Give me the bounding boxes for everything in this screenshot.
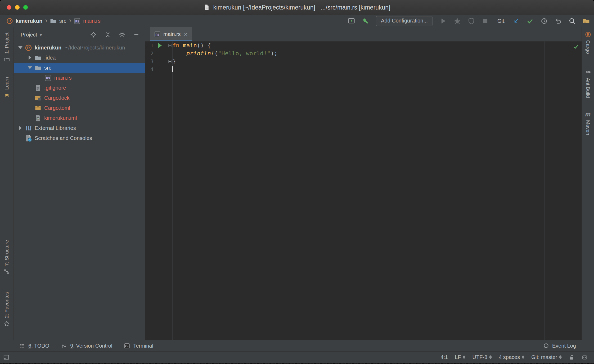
tree-item-main-rs[interactable]: RS main.rs <box>14 73 145 83</box>
tree-item-external-libraries[interactable]: External Libraries <box>14 123 145 133</box>
caret-position-widget[interactable]: 4:1 <box>440 354 448 360</box>
tree-item-label: Cargo.toml <box>44 105 70 111</box>
vcs-update-icon[interactable] <box>512 17 520 25</box>
rollback-icon[interactable] <box>555 17 562 25</box>
stripe-button-learn[interactable]: Learn <box>0 77 14 99</box>
locate-file-icon[interactable] <box>90 31 97 38</box>
collapse-arrow-icon[interactable] <box>26 56 34 60</box>
breadcrumb-project[interactable]: kimerukun <box>16 18 42 24</box>
editor-lines: 1 fn main() { 2 println!("Hello, world!"… <box>145 42 582 73</box>
code-editor[interactable]: 1 fn main() { 2 println!("Hello, world!"… <box>145 42 582 340</box>
spinner-arrows-icon <box>489 355 492 359</box>
rust-project-icon: R <box>6 18 13 24</box>
stripe-button-project[interactable]: 1: Project <box>0 33 14 62</box>
line-number: 4 <box>145 65 154 73</box>
stripe-button-structure[interactable]: 7: Structure <box>0 240 14 275</box>
folder-icon <box>34 64 42 71</box>
stripe-button-favorites[interactable]: 2: Favorites <box>0 292 14 327</box>
tree-item-idea[interactable]: .idea <box>14 53 145 63</box>
code-text <box>172 65 173 73</box>
editor-tab-main-rs[interactable]: RS main.rs × <box>150 27 192 41</box>
tree-item-label: main.rs <box>54 75 72 81</box>
right-margin-guide <box>544 42 544 340</box>
search-icon[interactable] <box>569 17 576 25</box>
expand-arrow-icon[interactable] <box>26 66 34 69</box>
debug-bug-icon[interactable] <box>454 17 461 25</box>
svg-text:IJ: IJ <box>37 118 39 120</box>
svg-text:RS: RS <box>75 20 79 23</box>
spinner-arrows-icon <box>463 355 465 359</box>
tree-item-scratches[interactable]: Scratches and Consoles <box>14 133 145 143</box>
zoom-window-button[interactable] <box>23 5 28 10</box>
learn-icon <box>4 93 10 99</box>
fold-marker-icon[interactable] <box>168 60 172 63</box>
code-line-4[interactable]: 4 <box>145 65 582 73</box>
project-structure-icon[interactable] <box>583 17 590 25</box>
gear-icon[interactable] <box>119 31 125 38</box>
run-anything-icon[interactable] <box>348 17 355 25</box>
stripe-button-maven[interactable]: m Maven <box>582 111 594 135</box>
svg-text:R: R <box>27 46 30 50</box>
breadcrumb-src[interactable]: src <box>59 18 66 24</box>
version-control-icon <box>61 343 67 349</box>
git-branch-widget[interactable]: Git: master <box>531 354 562 360</box>
tree-item-src[interactable]: src <box>14 63 145 73</box>
run-main-icon[interactable] <box>158 43 162 48</box>
history-clock-icon[interactable] <box>541 17 548 25</box>
event-log-label: Event Log <box>552 343 576 349</box>
chevron-right-icon: › <box>45 17 47 25</box>
expand-arrow-icon[interactable] <box>16 46 24 49</box>
cargo-icon: R <box>585 31 591 38</box>
tree-item-label: Scratches and Consoles <box>35 135 92 141</box>
collapse-all-icon[interactable] <box>105 31 111 38</box>
event-log-button[interactable]: Event Log <box>543 343 576 349</box>
close-tab-icon[interactable]: × <box>184 31 188 38</box>
inspections-ok-icon[interactable] <box>573 44 579 50</box>
tree-item-gitignore[interactable]: .gitignore <box>14 83 145 93</box>
vcs-commit-check-icon[interactable] <box>526 17 534 25</box>
code-text: fn main() { <box>172 42 211 49</box>
status-widget-icon[interactable] <box>582 354 588 360</box>
stripe-button-cargo[interactable]: R Cargo <box>582 31 594 54</box>
terminal-button[interactable]: Terminal <box>124 343 153 349</box>
tree-item-iml[interactable]: IJ kimerukun.iml <box>14 113 145 123</box>
version-control-button[interactable]: 9: Version Control <box>61 343 112 349</box>
build-hammer-icon[interactable] <box>362 17 369 25</box>
status-widgets: 4:1 LF UTF-8 4 spaces Git: master <box>440 354 588 360</box>
panel-toolbar <box>90 31 140 38</box>
status-bar: 4:1 LF UTF-8 4 spaces Git: master <box>0 351 594 363</box>
todo-button[interactable]: 6: TODO <box>19 343 49 349</box>
line-separator-widget[interactable]: LF <box>455 354 465 360</box>
stop-icon[interactable] <box>482 17 489 25</box>
collapse-arrow-icon[interactable] <box>16 126 24 130</box>
bottom-toolwindow-bar: 6: TODO 9: Version Control Terminal Even… <box>0 340 594 351</box>
fold-marker-icon[interactable] <box>168 44 172 47</box>
gutter-line-1: 1 <box>145 42 172 49</box>
tree-item-cargo-lock[interactable]: Cargo.lock <box>14 93 145 103</box>
minimize-window-button[interactable] <box>15 5 20 10</box>
token-string: "Hello, world!" <box>218 50 271 57</box>
tree-item-cargo-toml[interactable]: Cargo.toml <box>14 103 145 113</box>
hide-panel-icon[interactable] <box>133 31 140 38</box>
chevron-down-icon: ▾ <box>40 32 42 38</box>
add-configuration-button[interactable]: Add Configuration... <box>376 16 433 26</box>
close-window-button[interactable] <box>7 5 11 10</box>
code-line-3[interactable]: 3 } <box>145 57 582 65</box>
encoding-widget[interactable]: UTF-8 <box>472 354 492 360</box>
toolbar-actions: Add Configuration... Git: <box>348 16 590 26</box>
run-button-icon[interactable] <box>440 17 447 25</box>
stripe-label-cargo: Cargo <box>585 40 591 54</box>
code-line-2[interactable]: 2 println!("Hello, world!"); <box>145 49 582 57</box>
indent-widget[interactable]: 4 spaces <box>499 354 524 360</box>
version-control-label: 9: Version Control <box>70 343 112 349</box>
unlock-icon[interactable] <box>569 354 575 360</box>
stripe-label-learn: Learn <box>4 77 10 90</box>
code-line-1[interactable]: 1 fn main() { <box>145 42 582 49</box>
coverage-shield-icon[interactable] <box>468 17 475 25</box>
stripe-button-ant-build[interactable]: Ant Build <box>582 69 594 98</box>
breadcrumb-file[interactable]: main.rs <box>83 18 101 24</box>
terminal-icon <box>124 343 130 349</box>
toolwindow-toggle-icon[interactable] <box>3 354 9 360</box>
project-view-selector[interactable]: Project <box>21 32 37 38</box>
tree-item-root[interactable]: R kimerukun ~/IdeaProjects/kimerukun <box>14 43 145 53</box>
